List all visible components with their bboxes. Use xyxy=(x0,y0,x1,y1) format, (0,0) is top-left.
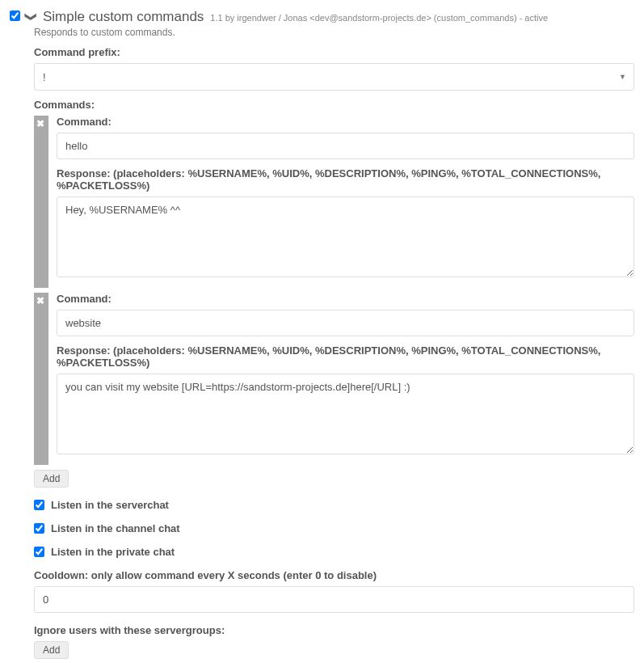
command-item: ✖Command:Response: (placeholders: %USERN… xyxy=(34,293,634,465)
add-command-button[interactable]: Add xyxy=(34,470,69,488)
listen-channelchat-checkbox[interactable] xyxy=(34,523,44,534)
command-field-label: Command: xyxy=(57,116,634,128)
enable-plugin-checkbox[interactable] xyxy=(10,11,20,21)
cooldown-input[interactable] xyxy=(34,586,634,613)
command-input[interactable] xyxy=(57,310,634,336)
listen-privatechat-checkbox[interactable] xyxy=(34,547,44,557)
command-input[interactable] xyxy=(57,133,634,159)
drag-handle[interactable]: ✖ xyxy=(34,293,48,465)
response-field-label: Response: (placeholders: %USERNAME%, %UI… xyxy=(57,167,634,192)
plugin-subtitle: Responds to custom commands. xyxy=(34,27,634,38)
drag-handle[interactable]: ✖ xyxy=(34,116,48,288)
command-field-label: Command: xyxy=(57,293,634,305)
cooldown-label: Cooldown: only allow command every X sec… xyxy=(34,569,634,581)
commands-label: Commands: xyxy=(34,99,634,111)
plugin-title: Simple custom commands xyxy=(43,9,204,25)
chevron-down-icon[interactable]: ❯ xyxy=(25,12,38,22)
listen-channelchat-label: Listen in the channel chat xyxy=(51,522,180,534)
close-icon[interactable]: ✖ xyxy=(36,296,44,306)
listen-privatechat-label: Listen in the private chat xyxy=(51,546,175,558)
response-field-label: Response: (placeholders: %USERNAME%, %UI… xyxy=(57,344,634,369)
plugin-meta: 1.1 by irgendwer / Jonas <dev@sandstorm-… xyxy=(210,13,548,23)
command-prefix-label: Command prefix: xyxy=(34,46,634,58)
command-prefix-select[interactable]: ! xyxy=(34,63,634,91)
ignore-groups-label: Ignore users with these servergroups: xyxy=(34,624,634,636)
listen-serverchat-label: Listen in the serverchat xyxy=(51,499,169,511)
command-item: ✖Command:Response: (placeholders: %USERN… xyxy=(34,116,634,288)
response-textarea[interactable] xyxy=(57,196,634,277)
response-textarea[interactable] xyxy=(57,374,634,454)
add-ignore-group-button[interactable]: Add xyxy=(34,641,69,659)
listen-serverchat-checkbox[interactable] xyxy=(34,500,44,510)
close-icon[interactable]: ✖ xyxy=(36,119,44,129)
